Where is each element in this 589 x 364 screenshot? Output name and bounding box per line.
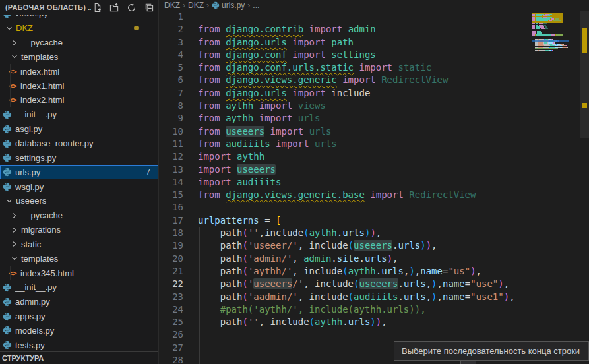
tree-item-urls.py[interactable]: urls.py7 [0, 165, 158, 179]
tree-item-asgi.py[interactable]: asgi.py [0, 122, 158, 136]
code-line[interactable]: 10from useeers import urls [160, 125, 589, 138]
line-number[interactable]: 9 [160, 112, 183, 125]
breadcrumb-item-DKZ[interactable]: DKZ [188, 1, 204, 10]
line-number[interactable]: 11 [160, 138, 183, 150]
code-line[interactable]: 3from django.urls import path [160, 36, 589, 49]
chevron-down-icon [5, 24, 13, 33]
tree-item-__pycache__[interactable]: __pycache__ [0, 36, 158, 50]
tree-item-migrations[interactable]: migrations [0, 223, 158, 237]
tree-item-label: asgi.py [15, 124, 42, 134]
tree-item-tests.py[interactable]: tests.py [0, 338, 158, 352]
line-number[interactable]: 7 [160, 87, 183, 100]
line-number[interactable]: 2 [160, 23, 183, 36]
code-line[interactable]: 4from django.conf import settings [160, 49, 589, 61]
tree-item-templates[interactable]: templates [0, 251, 158, 266]
code-line[interactable]: 22 path('useeers/', include(useeers.urls… [160, 278, 589, 290]
code-line-text: path('', include(aythh.urls)), [198, 316, 387, 328]
new-folder-icon[interactable] [108, 1, 120, 13]
code-line[interactable]: 2from django.contrib import admin [160, 23, 589, 36]
code-line[interactable]: 21 path('aythh/', include(aythh.urls,),n… [160, 265, 589, 278]
tree-item-models.py[interactable]: models.py [0, 324, 158, 338]
code-line[interactable]: 16 [160, 201, 589, 214]
line-number[interactable]: 4 [160, 49, 183, 61]
code-line[interactable]: 9from aythh import urls [160, 112, 589, 125]
explorer-section-header[interactable]: (РАБОЧАЯ ОБЛАСТЬ) ... [0, 0, 158, 15]
code-line[interactable]: 6from django.views.generic import Redire… [160, 74, 589, 86]
tree-item-static[interactable]: static [0, 237, 158, 252]
line-number[interactable]: 10 [160, 125, 183, 138]
html-file-icon: <> [7, 268, 18, 278]
breadcrumb-item-urls.py[interactable]: urls.py [212, 1, 245, 10]
code-line[interactable]: 20 path('admin/', admin.site.urls), [160, 253, 589, 265]
tree-item-__init__.py[interactable]: __init__.py [0, 280, 158, 295]
line-number[interactable]: 16 [160, 201, 183, 214]
code-line[interactable]: 23 path('aadmin/', include(audiiits.urls… [160, 291, 589, 303]
line-number[interactable]: 21 [160, 265, 183, 278]
code-line[interactable]: 11from audiiits import urls [160, 138, 589, 150]
line-number[interactable]: 19 [160, 239, 183, 252]
line-number[interactable]: 3 [160, 36, 183, 49]
tree-item-label: migrations [21, 225, 61, 235]
line-number[interactable]: 12 [160, 150, 183, 163]
tree-item-apps.py[interactable]: apps.py [0, 309, 158, 324]
line-number[interactable]: 25 [160, 316, 183, 328]
refresh-icon[interactable] [125, 1, 137, 13]
line-number[interactable]: 14 [160, 176, 183, 189]
line-number[interactable]: 1 [160, 11, 183, 23]
line-number[interactable]: 5 [160, 61, 183, 74]
new-file-icon[interactable] [91, 1, 103, 13]
line-number[interactable]: 8 [160, 100, 183, 112]
line-number[interactable]: 15 [160, 189, 183, 201]
tree-item-index2.html[interactable]: <>index2.html [0, 93, 158, 107]
line-number[interactable]: 6 [160, 74, 183, 86]
python-file-icon [2, 181, 13, 192]
line-number[interactable]: 24 [160, 303, 183, 316]
line-number[interactable]: 28 [160, 354, 183, 364]
code-line[interactable]: 19 path('useeer/', include(useeers.urls)… [160, 239, 589, 252]
tree-item-index1.html[interactable]: <>index1.html [0, 78, 158, 93]
breadcrumb-item-DKZ[interactable]: DKZ [164, 1, 180, 10]
outline-section-header[interactable]: СТРУКТУРА [0, 351, 158, 364]
code-line[interactable]: 26 [160, 328, 589, 341]
minimap[interactable] [532, 12, 569, 131]
tree-item-wsgi.py[interactable]: wsgi.py [0, 179, 158, 194]
breadcrumb-item-...[interactable]: ... [253, 1, 259, 10]
code-line[interactable]: 24 #path('aythh/', include(aythh.urls)), [160, 303, 589, 316]
code-line[interactable]: 25 path('', include(aythh.urls)), [160, 316, 589, 328]
code-line-text: path('admin/', admin.site.urls), [198, 253, 398, 265]
code-line[interactable]: 1 [160, 11, 589, 23]
editor-pane: DKZ›DKZ›urls.py›... 12from django.contri… [160, 0, 589, 364]
statusbar-item-stub [460, 361, 476, 364]
code-line[interactable]: 15from django.views.generic.base import … [160, 189, 589, 201]
vertical-scrollbar[interactable] [580, 11, 589, 364]
line-number[interactable]: 23 [160, 291, 183, 303]
collapse-all-icon[interactable] [142, 1, 154, 13]
tree-item-admin.py[interactable]: admin.py [0, 295, 158, 309]
tree-item-index.html[interactable]: <>index.html [0, 64, 158, 78]
code-line[interactable]: 8from aythh import views [160, 100, 589, 112]
tree-item-DKZ[interactable]: DKZ [0, 21, 158, 36]
line-number[interactable]: 26 [160, 328, 183, 341]
tree-item-useeers[interactable]: useeers [0, 194, 158, 208]
code-area[interactable]: 12from django.contrib import admin3from … [160, 11, 589, 364]
code-line[interactable]: 17urlpatterns = [ [160, 214, 589, 227]
line-number[interactable]: 27 [160, 342, 183, 354]
code-line[interactable]: 14import audiiits [160, 176, 589, 189]
code-line[interactable]: 13import useeers [160, 164, 589, 176]
code-line[interactable]: 12import aythh [160, 150, 589, 163]
code-line[interactable]: 18 path('',include(aythh.urls)), [160, 227, 589, 239]
tree-item-database_roouter.py[interactable]: database_roouter.py [0, 136, 158, 151]
code-line[interactable]: 5from django.conf.urls.static import sta… [160, 61, 589, 74]
tree-item-settings.py[interactable]: settings.py [0, 150, 158, 165]
tree-item-index345.html[interactable]: <>index345.html [0, 266, 158, 280]
code-line[interactable]: 7from django.urls import include [160, 87, 589, 100]
tree-item-__pycache__[interactable]: __pycache__ [0, 208, 158, 223]
tree-item-__init__.py[interactable]: __init__.py [0, 107, 158, 122]
tree-item-templates[interactable]: templates [0, 50, 158, 65]
warning-ruler-mark [582, 103, 587, 108]
line-number[interactable]: 20 [160, 253, 183, 265]
line-number[interactable]: 17 [160, 214, 183, 227]
line-number[interactable]: 18 [160, 227, 183, 239]
line-number[interactable]: 22 [160, 278, 183, 290]
line-number[interactable]: 13 [160, 164, 183, 176]
